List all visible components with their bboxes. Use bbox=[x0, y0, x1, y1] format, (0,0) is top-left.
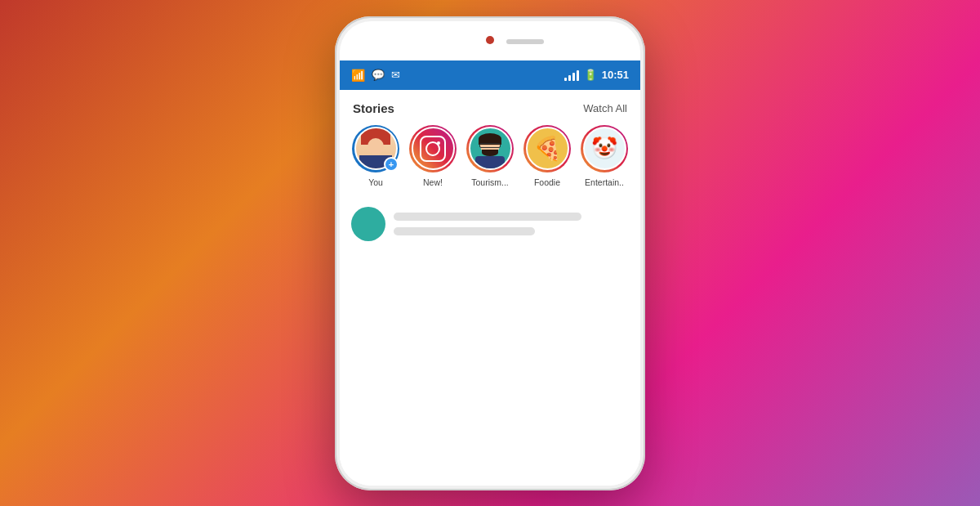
avatar-foodie: 🍕 bbox=[526, 127, 569, 170]
watch-all-button[interactable]: Watch All bbox=[583, 102, 627, 114]
person-face bbox=[368, 138, 384, 154]
message-icon: 💬 bbox=[372, 69, 385, 81]
story-label-foodie: Foodie bbox=[534, 177, 560, 188]
status-left-icons: 📶 💬 ✉ bbox=[351, 69, 400, 82]
battery-icon: 🔋 bbox=[584, 69, 597, 81]
avatar-entertainment: 🤡 bbox=[583, 127, 626, 170]
person-beard bbox=[482, 150, 498, 156]
post-line-1 bbox=[394, 213, 581, 221]
tourism-person-icon bbox=[470, 128, 510, 168]
story-ring-tourism bbox=[466, 125, 514, 172]
bar4 bbox=[577, 70, 579, 81]
story-ring-you: + bbox=[352, 125, 399, 172]
bar2 bbox=[568, 75, 571, 81]
story-item-entertainment[interactable]: 🤡 Entertain.. bbox=[580, 125, 629, 188]
story-item-you[interactable]: + You bbox=[351, 125, 400, 188]
app-content: Stories Watch All + bbox=[340, 90, 640, 486]
signal-icon bbox=[564, 69, 579, 81]
person-head bbox=[480, 137, 500, 154]
clock-display: 10:51 bbox=[602, 69, 629, 81]
story-ring-foodie: 🍕 bbox=[523, 125, 571, 172]
screen-content: 📶 💬 ✉ 🔋 10:51 bbox=[340, 60, 640, 486]
story-item-tourism[interactable]: Tourism... bbox=[466, 125, 514, 188]
phone-screen: 📶 💬 ✉ 🔋 10:51 bbox=[340, 21, 640, 486]
speaker-icon bbox=[506, 39, 544, 44]
story-label-new: New! bbox=[423, 177, 443, 188]
instagram-logo-icon bbox=[420, 136, 446, 162]
bar3 bbox=[572, 73, 575, 81]
mail-icon: ✉ bbox=[391, 69, 400, 81]
pizza-icon: 🍕 bbox=[533, 135, 562, 162]
wifi-icon: 📶 bbox=[351, 69, 365, 82]
stories-title: Stories bbox=[353, 101, 394, 115]
story-item-new[interactable]: New! bbox=[408, 125, 457, 188]
phone-body: 📶 💬 ✉ 🔋 10:51 bbox=[335, 16, 645, 490]
add-story-badge[interactable]: + bbox=[384, 157, 399, 172]
person-body bbox=[475, 156, 505, 168]
post-text-placeholder bbox=[394, 213, 629, 235]
story-label-you: You bbox=[368, 177, 383, 188]
post-avatar bbox=[351, 207, 385, 241]
status-right-area: 🔋 10:51 bbox=[564, 69, 629, 81]
status-bar: 📶 💬 ✉ 🔋 10:51 bbox=[340, 60, 640, 90]
avatar-instagram bbox=[412, 127, 455, 170]
story-label-entertainment: Entertain.. bbox=[585, 177, 624, 188]
stories-header: Stories Watch All bbox=[340, 90, 640, 122]
person-glasses-icon bbox=[479, 143, 501, 148]
post-preview bbox=[340, 199, 640, 249]
phone-mockup: 📶 💬 ✉ 🔋 10:51 bbox=[335, 16, 645, 490]
story-ring-entertainment: 🤡 bbox=[581, 125, 628, 172]
camera-icon bbox=[486, 36, 494, 44]
stories-row: + You New! bbox=[340, 122, 640, 199]
post-line-2 bbox=[394, 227, 535, 235]
bar1 bbox=[564, 78, 567, 81]
story-ring-new bbox=[409, 125, 457, 172]
story-item-foodie[interactable]: 🍕 Foodie bbox=[523, 125, 572, 188]
clown-icon: 🤡 bbox=[591, 136, 617, 161]
avatar-tourism bbox=[469, 127, 512, 170]
story-label-tourism: Tourism... bbox=[471, 177, 509, 188]
